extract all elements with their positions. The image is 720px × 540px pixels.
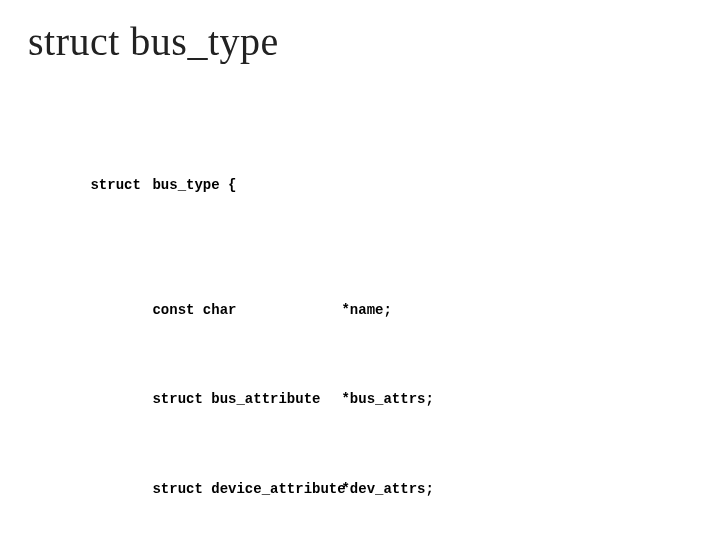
field-var: *dev_attrs;	[341, 481, 433, 499]
keyword-struct: struct	[90, 177, 152, 195]
field-line: struct bus_attribute*bus_attrs;	[102, 374, 692, 428]
field-line: struct device_attribute*dev_attrs;	[102, 463, 692, 517]
code-block: structbus_type { const char*name; struct…	[40, 87, 692, 540]
field-line: const char*name;	[102, 284, 692, 338]
field-type: const char	[152, 302, 341, 320]
slide: struct bus_type structbus_type { const c…	[0, 0, 720, 540]
field-type: struct device_attribute	[152, 481, 341, 499]
field-var: *name;	[341, 302, 391, 320]
slide-title: struct bus_type	[28, 18, 692, 65]
field-type: struct bus_attribute	[152, 391, 341, 409]
struct-name: bus_type {	[152, 177, 341, 195]
field-var: *bus_attrs;	[341, 391, 433, 409]
struct-open-line: structbus_type {	[40, 159, 692, 213]
